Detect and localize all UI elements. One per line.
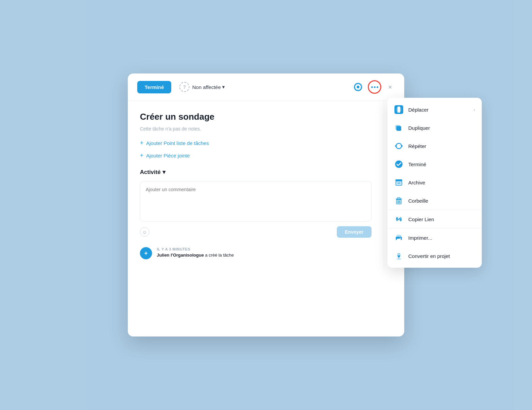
- copier-lien-label: Copier Lien: [408, 216, 434, 222]
- svg-rect-15: [397, 183, 400, 183]
- more-options-button[interactable]: [368, 80, 381, 94]
- timer-button[interactable]: [352, 81, 364, 93]
- task-title: Créer un sondage: [140, 112, 372, 122]
- menu-item-corbeille[interactable]: Corbeille: [387, 192, 482, 210]
- svg-rect-6: [397, 107, 400, 113]
- svg-rect-8: [395, 125, 400, 130]
- modal-body: Créer un sondage Cette tâche n'a pas de …: [128, 101, 404, 270]
- activity-content: IL Y A 3 MINUTES Julien l'Organisologue …: [157, 247, 234, 258]
- emoji-button[interactable]: ☺: [140, 227, 149, 237]
- assignee-area: ? Non affectée ▾: [179, 82, 225, 92]
- task-modal: Terminé ? Non affectée ▾: [128, 74, 404, 336]
- svg-rect-24: [397, 239, 401, 241]
- activity-description: Julien l'Organisologue a créé la tâche: [157, 253, 234, 258]
- svg-point-25: [400, 238, 401, 239]
- activity-author: Julien l'Organisologue: [157, 253, 204, 258]
- plus-icon-2: +: [140, 152, 144, 159]
- deplacer-icon: [394, 105, 404, 114]
- unassigned-icon: ?: [179, 82, 189, 92]
- add-checklist-label: Ajouter Point liste de tâches: [146, 140, 209, 146]
- add-checklist-link[interactable]: + Ajouter Point liste de tâches: [140, 140, 372, 147]
- chevron-right-icon: ›: [474, 107, 475, 112]
- svg-point-11: [395, 160, 403, 168]
- close-button[interactable]: ×: [385, 82, 395, 92]
- svg-point-1: [357, 86, 359, 88]
- comment-input[interactable]: [140, 181, 372, 222]
- chevron-down-icon: ▾: [222, 84, 225, 90]
- modal-left-panel: Créer un sondage Cette tâche n'a pas de …: [128, 101, 384, 270]
- activity-log: + IL Y A 3 MINUTES Julien l'Organisologu…: [140, 247, 372, 259]
- deplacer-label: Déplacer: [408, 107, 428, 113]
- menu-item-convertir[interactable]: Convertir en projet: [387, 247, 482, 265]
- activity-label: Activité: [140, 169, 160, 176]
- archive-icon: [394, 178, 404, 187]
- corbeille-label: Corbeille: [408, 198, 428, 204]
- activity-avatar: +: [140, 247, 152, 259]
- svg-marker-9: [402, 145, 403, 147]
- add-attachment-link[interactable]: + Ajouter Pièce jointe: [140, 152, 372, 159]
- menu-item-archive[interactable]: Archive: [387, 173, 482, 192]
- menu-item-repeter[interactable]: Répéter: [387, 137, 482, 155]
- svg-point-28: [398, 254, 400, 255]
- add-attachment-label: Ajouter Pièce jointe: [146, 153, 190, 158]
- comment-footer: ☺ Envoyer: [140, 226, 372, 238]
- header-actions: ×: [352, 80, 395, 94]
- repeter-icon: [394, 141, 404, 151]
- dupliquer-icon: [394, 123, 404, 133]
- assignee-label: Non affectée: [192, 84, 221, 90]
- menu-item-imprimer[interactable]: Imprimer...: [387, 228, 482, 247]
- activity-section-title[interactable]: Activité ▾: [140, 169, 372, 176]
- repeter-label: Répéter: [408, 143, 426, 149]
- ellipsis-icon: [371, 86, 378, 88]
- activity-chevron-icon: ▾: [162, 169, 166, 176]
- menu-item-dupliquer[interactable]: Dupliquer: [387, 119, 482, 137]
- imprimer-icon: [394, 233, 404, 242]
- corbeille-icon: [394, 196, 404, 205]
- send-button[interactable]: Envoyer: [337, 226, 372, 238]
- convertir-icon: [394, 251, 404, 261]
- imprimer-label: Imprimer...: [408, 235, 432, 241]
- svg-point-26: [396, 258, 401, 260]
- dupliquer-label: Dupliquer: [408, 125, 430, 131]
- context-menu: Déplacer › Dupliquer: [387, 98, 482, 268]
- svg-rect-16: [396, 199, 402, 200]
- copier-lien-icon: [394, 214, 404, 224]
- svg-marker-10: [395, 145, 396, 147]
- termine-button[interactable]: Terminé: [137, 81, 171, 93]
- activity-time: IL Y A 3 MINUTES: [157, 247, 234, 251]
- termine-menu-label: Terminé: [408, 162, 426, 167]
- modal-header: Terminé ? Non affectée ▾: [128, 74, 404, 101]
- menu-item-termine[interactable]: Terminé: [387, 155, 482, 173]
- activity-action: a créé la tâche: [204, 253, 234, 258]
- plus-icon: +: [140, 140, 144, 147]
- menu-item-copier-lien[interactable]: Copier Lien: [387, 210, 482, 228]
- menu-item-deplacer[interactable]: Déplacer ›: [387, 100, 482, 119]
- termine-check-icon: [394, 159, 404, 169]
- archive-label: Archive: [408, 180, 425, 185]
- task-notes: Cette tâche n'a pas de notes.: [140, 126, 372, 131]
- convertir-label: Convertir en projet: [408, 253, 450, 259]
- assignee-dropdown[interactable]: Non affectée ▾: [192, 84, 225, 90]
